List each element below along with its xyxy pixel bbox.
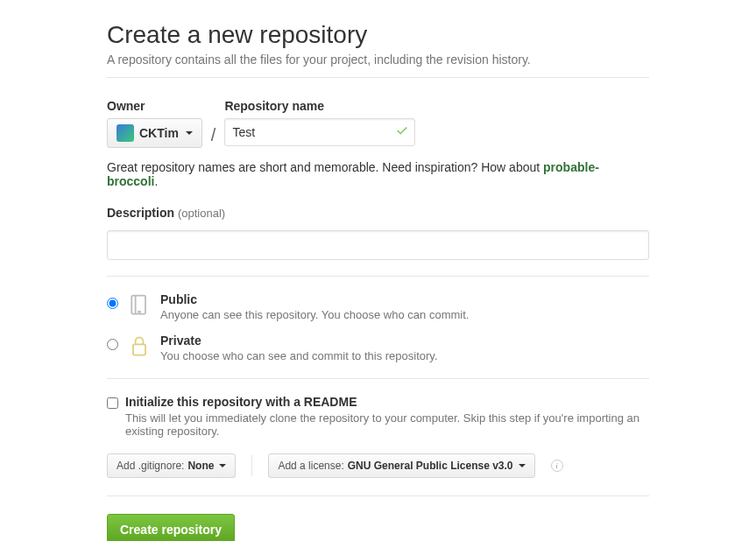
license-select-button[interactable]: Add a license: GNU General Public Licens… xyxy=(268,453,534,478)
page-subhead: A repository contains all the files for … xyxy=(107,53,649,67)
divider xyxy=(107,77,649,78)
public-title: Public xyxy=(160,292,469,306)
create-repository-button[interactable]: Create repository xyxy=(107,514,235,541)
repo-name-label: Repository name xyxy=(224,99,415,113)
public-radio[interactable] xyxy=(107,298,118,309)
divider xyxy=(107,276,649,277)
description-input[interactable] xyxy=(107,230,649,260)
lock-icon xyxy=(127,334,152,358)
chevron-down-icon xyxy=(219,464,226,467)
public-desc: Anyone can see this repository. You choo… xyxy=(160,308,469,321)
private-title: Private xyxy=(160,334,438,348)
svg-rect-3 xyxy=(133,344,145,355)
svg-rect-2 xyxy=(138,311,141,313)
init-readme-checkbox[interactable] xyxy=(107,397,118,409)
repo-icon xyxy=(127,292,152,317)
init-readme-label: Initialize this repository with a README xyxy=(125,395,649,409)
private-radio[interactable] xyxy=(107,339,118,350)
slash-separator: / xyxy=(202,125,225,145)
owner-label: Owner xyxy=(107,99,202,113)
avatar xyxy=(117,124,134,142)
name-hint: Great repository names are short and mem… xyxy=(107,160,649,188)
owner-select-button[interactable]: CKTim xyxy=(107,118,202,148)
info-icon[interactable]: i xyxy=(551,460,563,472)
check-icon xyxy=(396,124,408,140)
description-label: Description (optional) xyxy=(107,206,649,220)
svg-rect-1 xyxy=(135,296,137,314)
chevron-down-icon xyxy=(519,464,526,467)
init-readme-desc: This will let you immediately clone the … xyxy=(125,411,649,438)
owner-username: CKTim xyxy=(139,126,179,140)
divider xyxy=(251,455,252,476)
divider xyxy=(107,378,649,379)
page-title: Create a new repository xyxy=(107,21,649,49)
private-desc: You choose who can see and commit to thi… xyxy=(160,349,438,362)
chevron-down-icon xyxy=(186,131,193,135)
gitignore-select-button[interactable]: Add .gitignore: None xyxy=(107,453,236,478)
divider xyxy=(107,495,649,496)
repo-name-input[interactable] xyxy=(224,118,415,146)
